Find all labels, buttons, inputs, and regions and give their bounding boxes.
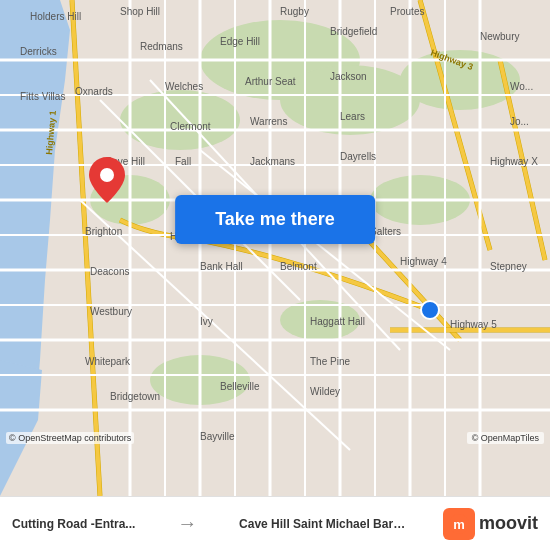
svg-text:Arthur Seat: Arthur Seat xyxy=(245,76,296,87)
map-attribution: © OpenStreetMap contributors xyxy=(6,432,134,444)
svg-text:Shop Hill: Shop Hill xyxy=(120,6,160,17)
svg-text:Stepney: Stepney xyxy=(490,261,527,272)
svg-text:Edge Hill: Edge Hill xyxy=(220,36,260,47)
svg-text:Wildey: Wildey xyxy=(310,386,340,397)
svg-text:Bridgefield: Bridgefield xyxy=(330,26,377,37)
svg-text:Wo...: Wo... xyxy=(510,81,533,92)
svg-text:Redmans: Redmans xyxy=(140,41,183,52)
moovit-brand-text: moovit xyxy=(479,513,538,534)
origin-name: Cutting Road -Entra... xyxy=(12,517,135,531)
svg-text:Ivy: Ivy xyxy=(200,316,213,327)
destination-name: Cave Hill Saint Michael Barb... xyxy=(239,517,409,531)
svg-text:Belmont: Belmont xyxy=(280,261,317,272)
svg-text:Holders Hill: Holders Hill xyxy=(30,11,81,22)
svg-text:m: m xyxy=(453,517,465,532)
svg-point-91 xyxy=(100,168,114,182)
destination-location: Cave Hill Saint Michael Barb... xyxy=(239,517,409,531)
svg-text:Jackmans: Jackmans xyxy=(250,156,295,167)
destination-marker xyxy=(421,301,439,319)
moovit-logo: m moovit xyxy=(443,508,538,540)
svg-point-4 xyxy=(120,90,240,150)
svg-text:Lears: Lears xyxy=(340,111,365,122)
footer-bar: Cutting Road -Entra... → Cave Hill Saint… xyxy=(0,496,550,550)
svg-text:Welches: Welches xyxy=(165,81,203,92)
svg-text:Highway X: Highway X xyxy=(490,156,538,167)
svg-text:Fitts Villas: Fitts Villas xyxy=(20,91,65,102)
svg-text:Derricks: Derricks xyxy=(20,46,57,57)
svg-text:Highway 5: Highway 5 xyxy=(450,319,497,330)
svg-text:Deacons: Deacons xyxy=(90,266,129,277)
svg-text:Haggatt Hall: Haggatt Hall xyxy=(310,316,365,327)
svg-text:Warrens: Warrens xyxy=(250,116,287,127)
route-arrow: → xyxy=(177,512,197,535)
svg-text:Belleville: Belleville xyxy=(220,381,260,392)
app: Holders Hill Shop Hill Rugby Proutes Der… xyxy=(0,0,550,550)
take-me-there-button[interactable]: Take me there xyxy=(175,195,375,244)
svg-text:Clermont: Clermont xyxy=(170,121,211,132)
origin-location: Cutting Road -Entra... xyxy=(12,517,135,531)
map-container[interactable]: Holders Hill Shop Hill Rugby Proutes Der… xyxy=(0,0,550,496)
svg-text:Bayville: Bayville xyxy=(200,431,235,442)
svg-text:Newbury: Newbury xyxy=(480,31,519,42)
svg-text:Dayrells: Dayrells xyxy=(340,151,376,162)
svg-text:Fall: Fall xyxy=(175,156,191,167)
svg-text:The Pine: The Pine xyxy=(310,356,350,367)
svg-text:Highway 4: Highway 4 xyxy=(400,256,447,267)
svg-text:Bridgetown: Bridgetown xyxy=(110,391,160,402)
moovit-icon: m xyxy=(443,508,475,540)
svg-text:Whitepark: Whitepark xyxy=(85,356,131,367)
svg-text:Bank Hall: Bank Hall xyxy=(200,261,243,272)
svg-text:Westbury: Westbury xyxy=(90,306,132,317)
svg-text:Proutes: Proutes xyxy=(390,6,424,17)
svg-text:Oxnards: Oxnards xyxy=(75,86,113,97)
openmaptiles-credit: © OpenMapTiles xyxy=(467,432,544,444)
svg-text:Rugby: Rugby xyxy=(280,6,309,17)
svg-text:Brighton: Brighton xyxy=(85,226,122,237)
svg-text:Jo...: Jo... xyxy=(510,116,529,127)
svg-text:Jackson: Jackson xyxy=(330,71,367,82)
